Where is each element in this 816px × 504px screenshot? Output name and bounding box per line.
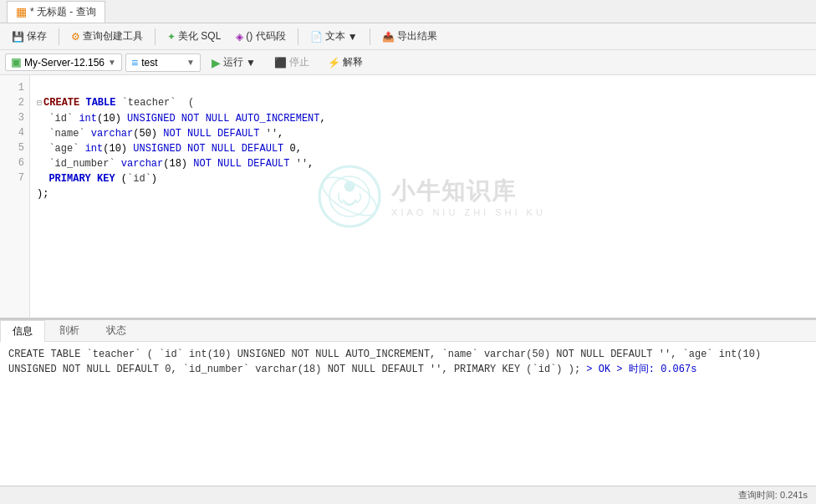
- connection-bar: ▣ My-Server-12.156 ▼ ≡ test ▼ ▶ 运行 ▼ ⬛ 停…: [0, 50, 816, 75]
- server-label: My-Server-12.156: [24, 57, 105, 69]
- query-tab-label: * 无标题 - 查询: [30, 5, 96, 19]
- status-bar: 查询时间: 0.241s: [0, 486, 816, 504]
- run-label: 运行: [223, 55, 243, 69]
- db-dropdown[interactable]: ≡ test ▼: [125, 53, 201, 72]
- text-label: 文本: [325, 29, 345, 43]
- beautify-label: 美化 SQL: [178, 29, 221, 43]
- result-line-7: );: [569, 364, 580, 375]
- result-content[interactable]: CREATE TABLE `teacher` ( `id` int(10) UN…: [0, 342, 816, 504]
- result-ok: > OK: [586, 364, 610, 375]
- text-button[interactable]: 📄 文本 ▼: [303, 26, 365, 47]
- save-icon: 💾: [12, 31, 24, 43]
- query-time: 查询时间: 0.241s: [738, 489, 808, 501]
- result-line-1: CREATE TABLE `teacher` (: [8, 349, 153, 360]
- query-builder-icon: ⚙: [71, 31, 80, 43]
- result-panel: 信息 剖析 状态 CREATE TABLE `teacher` ( `id` i…: [0, 320, 816, 504]
- result-line-6: PRIMARY KEY (`id`): [454, 364, 563, 375]
- run-button[interactable]: ▶ 运行 ▼: [204, 52, 263, 73]
- sep2: [155, 28, 156, 45]
- result-line-2: `id` int(10) UNSIGNED NOT NULL AUTO_INCR…: [159, 349, 436, 360]
- beautify-button[interactable]: ✦ 美化 SQL: [161, 26, 227, 47]
- explain-label: 解释: [343, 55, 363, 69]
- toolbar: 💾 保存 ⚙ 查询创建工具 ✦ 美化 SQL ◈ () 代码段 📄 文本 ▼ 📤…: [0, 23, 816, 50]
- tab-status[interactable]: 状态: [94, 319, 139, 341]
- explain-icon: ⚡: [328, 57, 340, 69]
- sql-editor[interactable]: 1 2 3 4 5 6 7 ⊟CREATE TABLE `teacher` ( …: [0, 75, 816, 320]
- tab-info[interactable]: 信息: [0, 320, 45, 342]
- code-snippet-button[interactable]: ◈ () 代码段: [229, 26, 292, 47]
- export-label: 导出结果: [397, 29, 437, 43]
- db-dropdown-arrow: ▼: [186, 58, 195, 67]
- text-arrow: ▼: [348, 31, 358, 43]
- tab-profile[interactable]: 剖析: [47, 319, 92, 341]
- text-icon: 📄: [310, 31, 323, 43]
- result-line-3: `name` varchar(50) NOT NULL DEFAULT '',: [442, 349, 677, 360]
- query-tab[interactable]: ▦ * 无标题 - 查询: [7, 1, 105, 23]
- code-snippet-icon: ◈: [236, 31, 243, 43]
- export-button[interactable]: 📤 导出结果: [375, 26, 444, 47]
- export-icon: 📤: [382, 31, 395, 43]
- query-builder-button[interactable]: ⚙ 查询创建工具: [64, 26, 150, 47]
- db-label: test: [141, 57, 157, 69]
- line-numbers: 1 2 3 4 5 6 7: [0, 75, 30, 318]
- run-arrow: ▼: [246, 57, 256, 69]
- run-icon: ▶: [212, 56, 221, 69]
- query-builder-label: 查询创建工具: [83, 29, 143, 43]
- save-button[interactable]: 💾 保存: [5, 26, 54, 47]
- code-snippet-label: () 代码段: [246, 29, 285, 43]
- stop-icon: ⬛: [274, 57, 287, 69]
- server-dropdown-arrow: ▼: [108, 58, 116, 67]
- editor-content[interactable]: ⊟CREATE TABLE `teacher` ( `id` int(10) U…: [30, 75, 816, 318]
- editor-area: 1 2 3 4 5 6 7 ⊟CREATE TABLE `teacher` ( …: [0, 75, 816, 504]
- sep4: [370, 28, 370, 45]
- save-label: 保存: [27, 29, 47, 43]
- result-tabs: 信息 剖析 状态: [0, 320, 816, 342]
- fold-icon-1[interactable]: ⊟: [37, 99, 42, 108]
- server-icon: ▣: [11, 56, 21, 69]
- stop-label: 停止: [289, 55, 309, 69]
- result-line-5: `id_number` varchar(18) NOT NULL DEFAULT…: [183, 364, 448, 375]
- sep3: [298, 28, 298, 45]
- sep1: [59, 28, 59, 45]
- result-time: > 时间: 0.067s: [616, 364, 696, 375]
- title-bar: ▦ * 无标题 - 查询: [0, 0, 816, 23]
- beautify-icon: ✦: [167, 31, 176, 43]
- stop-button[interactable]: ⬛ 停止: [267, 52, 317, 73]
- query-tab-icon: ▦: [16, 5, 27, 18]
- explain-button[interactable]: ⚡ 解释: [320, 52, 370, 73]
- db-icon: ≡: [131, 56, 138, 69]
- server-dropdown[interactable]: ▣ My-Server-12.156 ▼: [5, 53, 122, 71]
